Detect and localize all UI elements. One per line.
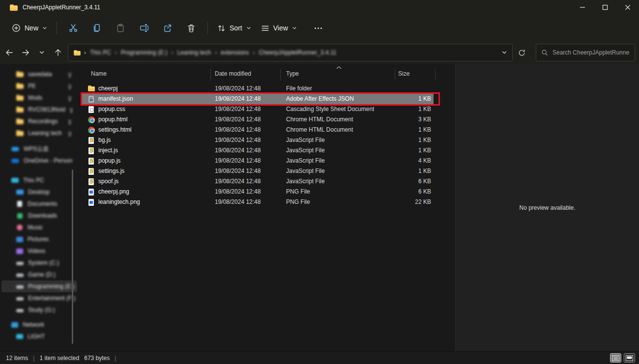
breadcrumb-item[interactable]: extensions — [220, 49, 250, 56]
sidebar-item-music[interactable]: Music — [1, 222, 77, 233]
copy-button[interactable] — [87, 19, 107, 37]
sidebar-item-light[interactable]: LIGHT — [1, 331, 77, 342]
sidebar-item-network[interactable]: Network — [1, 319, 77, 331]
delete-button[interactable] — [181, 19, 201, 37]
close-button[interactable] — [616, 0, 639, 15]
sidebar-item-study-g-[interactable]: Study (G:) — [1, 304, 77, 316]
sidebar-item-icon — [11, 147, 19, 151]
sidebar-item-savedata[interactable]: savedata — [1, 68, 77, 80]
rename-button[interactable] — [134, 19, 154, 37]
sort-button[interactable]: Sort — [212, 20, 256, 36]
sidebar-item-documents[interactable]: Documents — [1, 198, 77, 210]
search-input[interactable] — [552, 49, 630, 56]
column-divider[interactable] — [210, 69, 211, 81]
sidebar-item-icon — [16, 96, 24, 101]
minimize-button[interactable] — [571, 0, 594, 15]
file-type: Chrome HTML Document — [286, 125, 392, 135]
file-type: PNG File — [286, 197, 392, 207]
forward-button[interactable] — [18, 45, 33, 60]
sidebar-item-downloads[interactable]: Downloads — [1, 210, 77, 222]
selection-count: 1 item selected — [39, 355, 79, 362]
address-bar[interactable]: › This PC›Programming (E:)›Leaning tech›… — [68, 44, 513, 61]
table-row[interactable]: spoof.js 19/08/2024 12:48 JavaScript Fil… — [79, 176, 455, 187]
chevron-down-icon — [292, 26, 297, 30]
table-row[interactable]: cheerpj.png 19/08/2024 12:48 PNG File 6 … — [79, 187, 455, 197]
content-area: savedata PE Mods RVC0813Nvid Recordings … — [0, 64, 639, 351]
view-button[interactable]: View — [256, 20, 302, 36]
cut-button[interactable] — [63, 19, 83, 37]
table-row[interactable]: bg.js 19/08/2024 12:48 JavaScript File 1… — [79, 135, 455, 145]
details-view-toggle[interactable] — [610, 353, 621, 363]
breadcrumb-item[interactable]: CheerpJAppletRunner_3.4.11 — [258, 49, 337, 56]
sidebar-item-icon — [16, 297, 24, 301]
sidebar-item-icon — [11, 178, 19, 183]
column-divider[interactable] — [435, 69, 436, 81]
sidebar-item-rvc0813nvid[interactable]: RVC0813Nvid — [1, 104, 77, 115]
column-header-size[interactable]: Size — [398, 70, 409, 77]
sidebar-scrollbar[interactable] — [72, 169, 73, 344]
sidebar-item-mods[interactable]: Mods — [1, 92, 77, 104]
table-row[interactable]: settings.html 19/08/2024 12:48 Chrome HT… — [79, 125, 455, 135]
sidebar-item-label: PE — [28, 83, 36, 89]
table-row[interactable]: popup.js 19/08/2024 12:48 JavaScript Fil… — [79, 156, 455, 166]
column-header-type[interactable]: Type — [286, 70, 299, 77]
sidebar-item-game-d-[interactable]: Game (D:) — [1, 269, 77, 280]
file-type: JavaScript File — [286, 156, 392, 166]
table-row[interactable]: popup.css 19/08/2024 12:48 Cascading Sty… — [79, 104, 455, 114]
sidebar-item-programming-e-[interactable]: Programming (E:) — [1, 280, 77, 292]
sidebar-item-icon — [16, 249, 23, 254]
back-button[interactable] — [1, 45, 17, 60]
thumbnails-view-toggle[interactable] — [624, 353, 635, 363]
paste-button[interactable] — [111, 19, 130, 37]
table-row[interactable]: leaningtech.png 19/08/2024 12:48 PNG Fil… — [79, 197, 455, 207]
table-row[interactable]: inject.js 19/08/2024 12:48 JavaScript Fi… — [79, 145, 455, 156]
sidebar-item-icon — [17, 213, 23, 219]
sidebar-item-onedrive-person[interactable]: OneDrive - Person — [1, 155, 77, 167]
sidebar-item-system-c-[interactable]: System (C:) — [1, 257, 77, 269]
maximize-button[interactable] — [594, 0, 616, 15]
column-divider[interactable] — [280, 69, 281, 81]
column-header-date-modified[interactable]: Date modified — [215, 70, 251, 77]
sidebar-item-desktop[interactable]: Desktop — [1, 186, 77, 198]
file-name: inject.js — [98, 145, 212, 156]
column-header-name[interactable]: Name — [91, 70, 107, 77]
table-row[interactable]: cheerpj 19/08/2024 12:48 File folder — [79, 84, 455, 94]
sidebar-item-this-pc[interactable]: This PC — [1, 174, 77, 186]
toolbar-divider — [207, 22, 208, 34]
table-row[interactable]: manifest.json 19/08/2024 12:48 Adobe Aft… — [79, 94, 455, 104]
sidebar-item-pe[interactable]: PE — [1, 80, 77, 92]
file-date-modified: 19/08/2024 12:48 — [215, 114, 284, 125]
table-row[interactable]: settings.js 19/08/2024 12:48 JavaScript … — [79, 166, 455, 176]
breadcrumb-item[interactable]: Leaning tech — [176, 49, 212, 56]
up-button[interactable] — [50, 45, 66, 60]
table-row[interactable]: popup.html 19/08/2024 12:48 Chrome HTML … — [79, 114, 455, 125]
status-bar: 12 items | 1 item selected 673 bytes | — [0, 351, 639, 364]
refresh-button[interactable] — [514, 45, 529, 60]
breadcrumb-item[interactable]: Programming (E:) — [120, 49, 169, 56]
sidebar-item-label: Mods — [28, 94, 42, 101]
sidebar-item-pictures[interactable]: Pictures — [1, 233, 77, 245]
sidebar-item-videos[interactable]: Videos — [1, 245, 77, 257]
file-name: popup.js — [98, 156, 212, 166]
share-button[interactable] — [158, 19, 177, 37]
sidebar-item-icon — [16, 108, 24, 112]
sidebar-item-leaning-tech[interactable]: Leaning tech — [1, 127, 77, 139]
recent-locations-button[interactable] — [34, 45, 50, 60]
sidebar-item-entertainment-f-[interactable]: Entertainment (F:) — [1, 292, 77, 304]
file-icon — [87, 147, 95, 155]
column-divider[interactable] — [395, 69, 395, 81]
file-size: 1 KB — [395, 135, 431, 145]
sidebar-item-label: Game (D:) — [28, 271, 56, 278]
search-box[interactable] — [536, 44, 635, 61]
sidebar-item-wps-[interactable]: WPS云盘 — [1, 143, 77, 155]
file-name: popup.html — [98, 114, 212, 125]
address-dropdown-button[interactable] — [501, 50, 507, 56]
more-options-button[interactable] — [309, 19, 328, 37]
file-size: 1 KB — [395, 166, 431, 176]
breadcrumb-separator: › — [168, 49, 176, 56]
sidebar-item-label: Pictures — [28, 236, 49, 243]
breadcrumb: This PC›Programming (E:)›Leaning tech›ex… — [89, 49, 337, 56]
new-button[interactable]: New — [7, 20, 52, 36]
sidebar-item-recordings[interactable]: Recordings — [1, 115, 77, 127]
breadcrumb-item[interactable]: This PC — [89, 49, 112, 56]
